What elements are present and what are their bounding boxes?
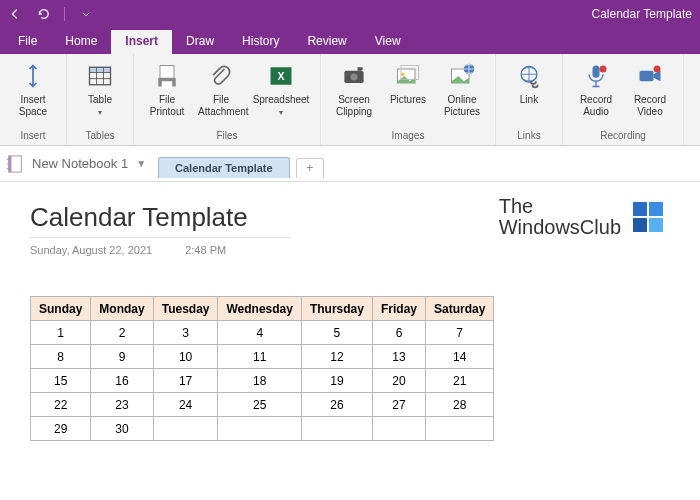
group-images: + Screen Clipping Pictures Online Pictur… [321,54,496,145]
calendar-container: SundayMondayTuesdayWednesdayThursdayFrid… [30,296,670,441]
screen-clipping-button[interactable]: + Screen Clipping [329,58,379,120]
calendar-cell[interactable] [425,417,493,441]
page-date: Sunday, August 22, 2021 [30,244,152,256]
calendar-cell[interactable]: 10 [153,345,218,369]
calendar-cell[interactable] [372,417,425,441]
insert-space-button[interactable]: Insert Space [8,58,58,120]
calendar-header-cell: Wednesday [218,297,301,321]
menu-draw[interactable]: Draw [172,30,228,54]
table-icon [86,62,114,90]
camera-icon: + [340,62,368,90]
calendar-cell[interactable]: 30 [91,417,153,441]
group-timestamp: 17 Date [684,54,700,145]
calendar-cell[interactable]: 25 [218,393,301,417]
group-insert: Insert Space Insert [0,54,67,145]
calendar-cell[interactable]: 17 [153,369,218,393]
calendar-table[interactable]: SundayMondayTuesdayWednesdayThursdayFrid… [30,296,494,441]
calendar-cell[interactable]: 8 [31,345,91,369]
calendar-cell[interactable]: 15 [31,369,91,393]
spreadsheet-icon: X [267,62,295,90]
svg-rect-5 [90,67,111,72]
calendar-cell[interactable]: 11 [218,345,301,369]
menu-file[interactable]: File [4,30,51,54]
group-files: File Printout File Attachment X Spreadsh… [134,54,321,145]
calendar-row: 891011121314 [31,345,494,369]
calendar-cell[interactable]: 18 [218,369,301,393]
svg-rect-36 [649,202,663,216]
calendar-cell[interactable]: 14 [425,345,493,369]
calendar-cell[interactable]: 5 [301,321,372,345]
add-section-button[interactable]: + [296,158,324,178]
calendar-cell[interactable]: 20 [372,369,425,393]
calendar-cell[interactable]: 29 [31,417,91,441]
calendar-header-cell: Tuesday [153,297,218,321]
section-bar: New Notebook 1 ▼ Calendar Template + [0,146,700,182]
calendar-cell[interactable]: 13 [372,345,425,369]
calendar-cell[interactable]: 3 [153,321,218,345]
table-button[interactable]: Table▾ [75,58,125,120]
calendar-cell[interactable]: 4 [218,321,301,345]
calendar-cell[interactable] [153,417,218,441]
calendar-cell[interactable]: 19 [301,369,372,393]
file-printout-icon [153,62,181,90]
record-audio-button[interactable]: Record Audio [571,58,621,120]
calendar-cell[interactable]: 22 [31,393,91,417]
menu-home[interactable]: Home [51,30,111,54]
calendar-cell[interactable]: 24 [153,393,218,417]
menu-view[interactable]: View [361,30,415,54]
calendar-header-cell: Thursday [301,297,372,321]
calendar-cell[interactable]: 16 [91,369,153,393]
calendar-cell[interactable]: 9 [91,345,153,369]
calendar-row: 22232425262728 [31,393,494,417]
link-button[interactable]: Link [504,58,554,108]
pictures-button[interactable]: Pictures [383,58,433,108]
calendar-row: 15161718192021 [31,369,494,393]
notebook-icon[interactable] [6,154,24,174]
window-title: Calendar Template [591,7,692,21]
page-meta: Sunday, August 22, 2021 2:48 PM [30,244,670,256]
calendar-cell[interactable]: 28 [425,393,493,417]
file-printout-button[interactable]: File Printout [142,58,192,120]
back-icon[interactable] [8,7,22,21]
section-tab-active[interactable]: Calendar Template [158,157,290,178]
title-bar: Calendar Template [0,0,700,28]
menu-review[interactable]: Review [293,30,360,54]
customize-qat-icon[interactable] [79,7,93,21]
svg-rect-37 [633,218,647,232]
calendar-cell[interactable]: 21 [425,369,493,393]
calendar-cell[interactable]: 2 [91,321,153,345]
pictures-icon [394,62,422,90]
date-button[interactable]: 17 Date [692,58,700,108]
file-attachment-button[interactable]: File Attachment [196,58,246,120]
menu-insert[interactable]: Insert [111,30,172,54]
page-title[interactable]: Calendar Template [30,202,290,238]
online-pictures-button[interactable]: Online Pictures [437,58,487,120]
calendar-header-cell: Saturday [425,297,493,321]
menu-history[interactable]: History [228,30,293,54]
calendar-cell[interactable]: 23 [91,393,153,417]
svg-point-16 [401,73,405,77]
calendar-cell[interactable]: 12 [301,345,372,369]
undo-icon[interactable] [36,7,50,21]
calendar-cell[interactable]: 27 [372,393,425,417]
notebook-name[interactable]: New Notebook 1 [26,156,134,171]
page-canvas: Calendar Template Sunday, August 22, 202… [0,182,700,461]
calendar-header-cell: Monday [91,297,153,321]
calendar-header-row: SundayMondayTuesdayWednesdayThursdayFrid… [31,297,494,321]
calendar-cell[interactable] [301,417,372,441]
spreadsheet-button[interactable]: X Spreadsheet▾ [250,58,312,120]
paperclip-icon [207,62,235,90]
calendar-cell[interactable]: 26 [301,393,372,417]
svg-rect-21 [593,66,600,78]
video-icon [636,62,664,90]
svg-rect-38 [649,218,663,232]
record-video-button[interactable]: Record Video [625,58,675,120]
group-tables: Table▾ Tables [67,54,134,145]
notebook-dropdown-icon[interactable]: ▼ [136,158,156,169]
calendar-cell[interactable]: 6 [372,321,425,345]
calendar-cell[interactable]: 7 [425,321,493,345]
calendar-cell[interactable] [218,417,301,441]
calendar-row: 2930 [31,417,494,441]
calendar-cell[interactable]: 1 [31,321,91,345]
online-pictures-icon [448,62,476,90]
